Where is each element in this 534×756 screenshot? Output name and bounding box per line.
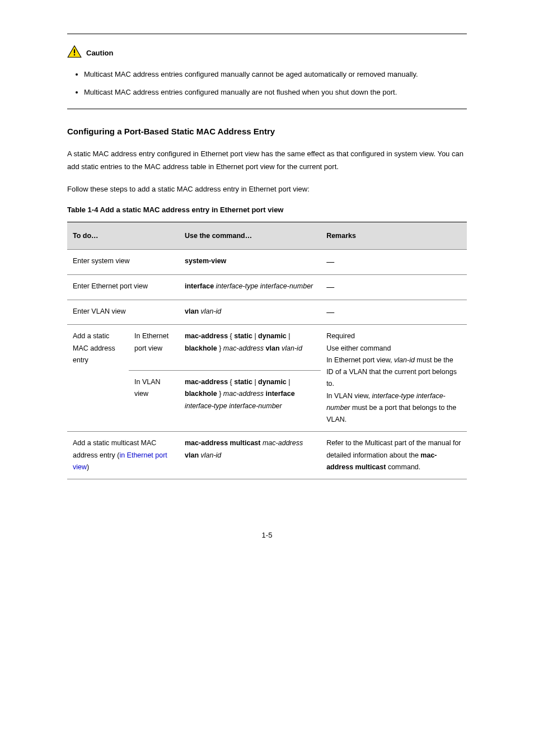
caution-header: Caution bbox=[67, 45, 467, 62]
table-cell: Add a static MAC address entry bbox=[67, 325, 129, 432]
table-row: Enter system view system-view — bbox=[67, 249, 467, 274]
table-cell: mac-address { static | dynamic | blackho… bbox=[179, 371, 321, 432]
table-cell: mac-address multicast mac-address vlan v… bbox=[179, 432, 321, 479]
section-title: Configuring a Port-Based Static MAC Addr… bbox=[67, 125, 467, 138]
table-cell: — bbox=[321, 274, 467, 300]
page-number: 1-5 bbox=[67, 530, 467, 542]
table-cell: Refer to the Multicast part of the manua… bbox=[321, 432, 467, 479]
table-cell: In Ethernet port view bbox=[129, 325, 179, 371]
body-paragraph: A static MAC address entry configured in… bbox=[67, 147, 467, 174]
svg-rect-2 bbox=[74, 54, 75, 55]
table-cell: — bbox=[321, 249, 467, 274]
table-row: Add a static MAC address entry In Ethern… bbox=[67, 325, 467, 371]
table-cell: vlan vlan-id bbox=[179, 300, 321, 325]
config-table: To do… Use the command… Remarks Enter sy… bbox=[67, 222, 467, 479]
svg-rect-1 bbox=[74, 49, 75, 53]
table-cell: In VLAN view bbox=[129, 371, 179, 432]
caution-item: Multicast MAC address entries configured… bbox=[84, 86, 467, 99]
top-rule bbox=[67, 34, 467, 34]
table-row: Enter VLAN view vlan vlan-id — bbox=[67, 300, 467, 325]
table-row: Enter Ethernet port view interface inter… bbox=[67, 274, 467, 300]
caution-list: Multicast MAC address entries configured… bbox=[67, 68, 467, 99]
table-header: To do… bbox=[67, 222, 179, 249]
table-cell: — bbox=[321, 300, 467, 325]
caution-item: Multicast MAC address entries configured… bbox=[84, 68, 467, 81]
table-cell: Enter system view bbox=[67, 249, 179, 274]
table-header: Use the command… bbox=[179, 222, 321, 249]
table-cell: Enter Ethernet port view bbox=[67, 274, 179, 300]
table-cell: Add a static multicast MAC address entry… bbox=[67, 432, 179, 479]
table-header: Remarks bbox=[321, 222, 467, 249]
table-header-row: To do… Use the command… Remarks bbox=[67, 222, 467, 249]
table-cell: Enter VLAN view bbox=[67, 300, 179, 325]
table-cell: system-view bbox=[179, 249, 321, 274]
table-cell: mac-address { static | dynamic | blackho… bbox=[179, 325, 321, 371]
separator-rule bbox=[67, 109, 467, 109]
table-cell: Required Use either command In Ethernet … bbox=[321, 325, 467, 432]
caution-icon bbox=[67, 45, 82, 62]
table-caption: Table 1-4 Add a static MAC address entry… bbox=[67, 204, 467, 216]
body-paragraph: Follow these steps to add a static MAC a… bbox=[67, 183, 467, 195]
table-row: Add a static multicast MAC address entry… bbox=[67, 432, 467, 479]
table-cell: interface interface-type interface-numbe… bbox=[179, 274, 321, 300]
caution-label: Caution bbox=[86, 48, 113, 59]
